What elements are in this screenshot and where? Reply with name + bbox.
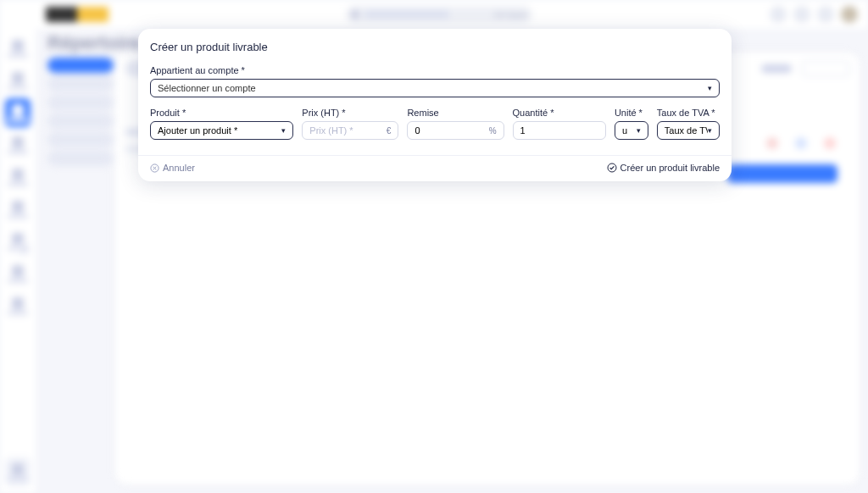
price-label: Prix (HT) * (302, 108, 398, 118)
product-select[interactable]: Ajouter un produit * ▾ (150, 121, 293, 140)
discount-input[interactable]: % (407, 121, 504, 140)
percent-suffix: % (489, 126, 497, 136)
product-select-input[interactable]: Ajouter un produit * (158, 125, 281, 136)
price-input-field[interactable] (309, 125, 387, 136)
quantity-input[interactable] (513, 121, 606, 140)
product-label: Produit * (150, 108, 293, 118)
quantity-label: Quantité * (513, 108, 606, 118)
chevron-down-icon: ▾ (708, 126, 712, 135)
check-circle-icon (607, 163, 617, 173)
chevron-down-icon: ▾ (281, 126, 286, 135)
cancel-button[interactable]: Annuler (150, 163, 195, 173)
chevron-down-icon: ▾ (637, 126, 641, 135)
submit-label: Créer un produit livrable (620, 163, 720, 173)
unit-label: Unité * (615, 108, 648, 118)
euro-suffix: € (387, 126, 392, 136)
vat-select-input[interactable]: Taux de TVA (665, 125, 708, 136)
price-input[interactable]: € (302, 121, 398, 140)
unit-select[interactable]: u ▾ (615, 121, 648, 140)
vat-select[interactable]: Taux de TVA ▾ (657, 121, 720, 140)
discount-label: Remise (407, 108, 504, 118)
vat-label: Taux de TVA * (657, 108, 720, 118)
unit-select-input[interactable]: u (622, 125, 637, 136)
close-icon (150, 163, 159, 173)
discount-input-field[interactable] (415, 125, 488, 136)
cancel-label: Annuler (163, 163, 195, 173)
quantity-input-field[interactable] (520, 125, 598, 136)
submit-button[interactable]: Créer un produit livrable (607, 163, 720, 173)
chevron-down-icon: ▾ (708, 84, 712, 92)
account-select-input[interactable]: Sélectionner un compte (158, 83, 708, 93)
modal-title: Créer un produit livrable (150, 41, 720, 53)
account-label: Appartient au compte * (150, 65, 720, 75)
account-select[interactable]: Sélectionner un compte ▾ (150, 79, 720, 97)
create-product-modal: Créer un produit livrable Appartient au … (138, 29, 732, 181)
